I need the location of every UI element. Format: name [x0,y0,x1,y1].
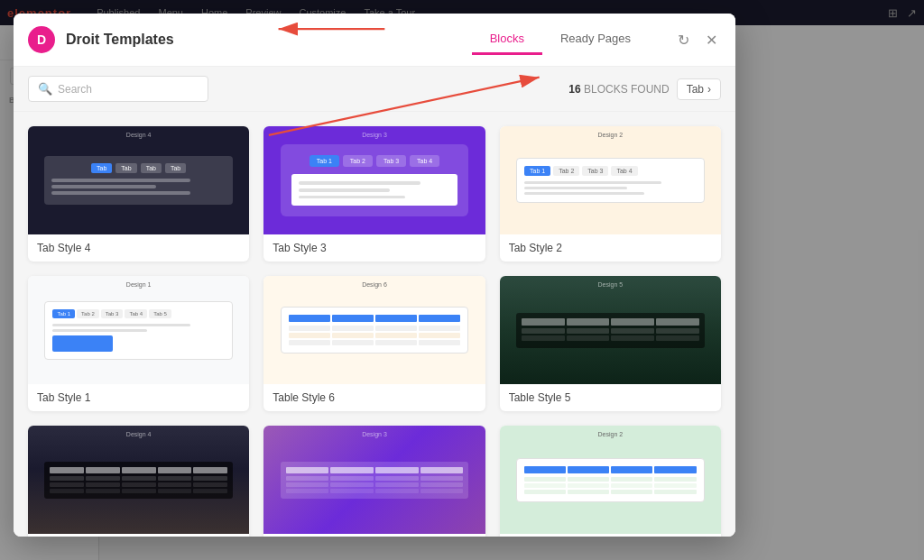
template-grid-container[interactable]: Design 4 Tab Tab Tab Tab [14,112,735,537]
modal-overlay: D Droit Templates Blocks Ready Pages ↻ ✕ [0,0,924,560]
template-label-table-style-4: Table Style 4 [28,534,249,537]
blocks-found-info: 16 BLOCKS FOUND Tab › [568,78,721,100]
modal-tabs: Blocks Ready Pages [472,24,649,55]
design-label-1t: Design 1 [126,281,152,288]
template-grid: Design 4 Tab Tab Tab Tab [28,126,721,537]
filter-tag-label: Tab [687,83,704,96]
template-label-table-style-5: Table Style 5 [500,384,721,411]
filter-tag[interactable]: Tab › [677,78,721,100]
preview-tab-style-3: Design 3 Tab 1 Tab 2 Tab 3 Tab 4 [263,126,485,234]
design-label-2t: Design 2 [597,431,623,437]
search-icon: 🔍 [38,82,52,96]
preview-tab2-inner: Tab 1 Tab 2 Tab 3 Tab 4 [516,158,705,203]
template-label-table-style-2: Table Style 2 [500,534,721,537]
preview-table6-inner [281,307,469,353]
template-card-tab-style-4[interactable]: Design 4 Tab Tab Tab Tab [28,126,249,262]
preview-table-style-5: Design 5 [500,276,721,384]
preview-table2-inner [516,458,705,502]
blocks-count-text: 16 BLOCKS FOUND [568,83,669,96]
preview-table3-inner [281,462,469,499]
design-label-3: Design 3 [362,132,387,138]
template-label-tab-style-3: Tab Style 3 [263,234,485,262]
preview-tab3-inner: Tab 1 Tab 2 Tab 3 Tab 4 [281,144,469,216]
template-card-table-style-2[interactable]: Design 2 [500,426,721,537]
preview-table4-inner [44,462,233,499]
template-card-tab-style-3[interactable]: Design 3 Tab 1 Tab 2 Tab 3 Tab 4 [263,126,485,262]
design-label-4: Design 4 [126,132,152,138]
tab-blocks[interactable]: Blocks [472,24,542,55]
preview-inner: Tab Tab Tab Tab [44,156,233,205]
preview-table-style-2: Design 2 [500,426,721,534]
design-label-3t: Design 3 [362,431,387,437]
modal-search-bar: 🔍 Search 16 BLOCKS FOUND Tab › [14,67,735,112]
editor-background: elementor Published Menu Home Preview Cu… [0,0,924,560]
template-card-table-style-4[interactable]: Design 4 [28,426,249,537]
preview-tab1-inner: Tab 1 Tab 2 Tab 3 Tab 4 Tab 5 [44,301,233,360]
template-card-table-style-3[interactable]: Design 3 [263,426,485,537]
preview-table-style-6: Design 6 [263,276,485,384]
template-label-tab-style-1: Tab Style 1 [28,384,249,411]
template-card-table-style-6[interactable]: Design 6 [263,276,485,411]
template-label-table-style-6: Table Style 6 [263,384,485,411]
modal-header: D Droit Templates Blocks Ready Pages ↻ ✕ [14,14,735,67]
preview-tab-style-1: Design 1 Tab 1 Tab 2 Tab 3 Tab 4 Tab 5 [28,276,249,384]
preview-table5-inner [516,313,705,348]
template-modal: D Droit Templates Blocks Ready Pages ↻ ✕ [14,14,735,537]
preview-table-style-4: Design 4 [28,426,249,534]
modal-tab-actions: ↻ ✕ [674,28,721,52]
template-card-tab-style-2[interactable]: Design 2 Tab 1 Tab 2 Tab 3 Tab 4 [500,126,721,262]
template-card-tab-style-1[interactable]: Design 1 Tab 1 Tab 2 Tab 3 Tab 4 Tab 5 [28,276,249,411]
modal-title: Droit Templates [66,32,174,48]
template-card-table-style-5[interactable]: Design 5 [500,276,721,411]
refresh-button[interactable]: ↻ [674,28,693,52]
template-label-tab-style-4: Tab Style 4 [28,234,249,262]
design-label-5: Design 5 [597,281,623,288]
template-label-tab-style-2: Tab Style 2 [500,234,721,262]
search-placeholder-text: Search [58,83,92,96]
preview-table-style-3: Design 3 [263,426,485,534]
modal-logo: D [28,26,55,53]
search-container[interactable]: 🔍 Search [28,76,208,102]
preview-tab-style-2: Design 2 Tab 1 Tab 2 Tab 3 Tab 4 [500,126,721,234]
preview-tab-style-4: Design 4 Tab Tab Tab Tab [28,126,249,234]
chevron-right-icon: › [707,83,711,96]
design-label-2t: Design 2 [597,132,623,138]
template-label-table-style-3: Table Style 3 [263,534,485,537]
close-button[interactable]: ✕ [702,28,721,52]
tab-ready-pages[interactable]: Ready Pages [542,24,649,55]
design-label-4t: Design 4 [126,431,152,437]
design-label-6: Design 6 [362,281,387,288]
